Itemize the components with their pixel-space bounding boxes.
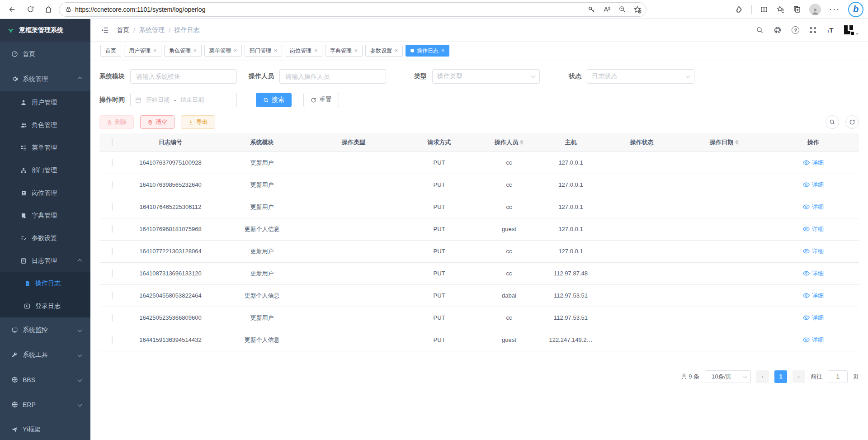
split-screen-icon[interactable] [760, 5, 768, 14]
prev-page-button[interactable]: ‹ [756, 370, 769, 383]
sidebar-item-role-mgmt[interactable]: 角色管理 [0, 114, 90, 137]
type-select[interactable]: 操作类型 [432, 69, 540, 84]
lock-icon[interactable] [66, 6, 71, 13]
col-date[interactable]: 操作日期 [681, 133, 768, 151]
detail-link[interactable]: 详细 [803, 225, 824, 233]
sidebar-item-login-log[interactable]: 登录日志 [0, 295, 90, 317]
reset-button[interactable]: 重置 [303, 93, 339, 107]
row-checkbox[interactable] [112, 292, 113, 299]
detail-link[interactable]: 详细 [803, 336, 824, 344]
sidebar-item-param-settings[interactable]: 参数设置 [0, 227, 90, 250]
header-search-icon[interactable] [756, 26, 764, 34]
sidebar-item-home[interactable]: 首页 [0, 42, 90, 66]
tab[interactable]: 参数设置 × [365, 45, 403, 57]
tab-close-icon[interactable]: × [354, 47, 358, 54]
sidebar-item-user-mgmt[interactable]: 用户管理 [0, 91, 90, 114]
github-icon[interactable] [774, 26, 782, 34]
detail-link[interactable]: 详细 [803, 181, 824, 189]
sidebar-item-dept-mgmt[interactable]: 部门管理 [0, 159, 90, 182]
sidebar-item-erp[interactable]: ERP [0, 392, 90, 417]
sidebar-item-yi-framework[interactable]: Yi框架 [0, 417, 90, 440]
refresh-icon[interactable] [23, 2, 38, 17]
select-all-checkbox[interactable] [112, 138, 113, 146]
goto-page-input[interactable] [828, 370, 848, 383]
sidebar-item-bbs[interactable]: BBS [0, 367, 90, 392]
password-key-icon[interactable] [588, 5, 595, 13]
url-text[interactable]: https://ccnetcore.com:1101/system/log/op… [75, 6, 584, 13]
row-checkbox[interactable] [112, 270, 113, 277]
sidebar-item-log-mgmt[interactable]: 日志管理 [0, 250, 90, 272]
export-button[interactable]: 导出 [181, 115, 215, 129]
breadcrumb-home[interactable]: 首页 [117, 26, 129, 34]
status-select[interactable]: 日志状态 [587, 69, 694, 84]
col-operator[interactable]: 操作人员 [479, 133, 539, 151]
font-size-icon[interactable]: тT [827, 26, 833, 34]
row-checkbox[interactable] [112, 203, 113, 211]
tab-close-icon[interactable]: × [441, 47, 444, 54]
zoom-out-icon[interactable] [618, 5, 626, 13]
tab[interactable]: 部门管理 × [245, 45, 282, 57]
fullscreen-icon[interactable] [809, 26, 817, 34]
detail-link[interactable]: 详细 [803, 159, 824, 167]
address-bar[interactable]: https://ccnetcore.com:1101/system/log/op… [59, 2, 646, 17]
tab-close-icon[interactable]: × [395, 47, 398, 54]
row-checkbox[interactable] [112, 314, 113, 322]
page-size-select[interactable]: 10条/页 [705, 370, 751, 383]
search-button[interactable]: 搜索 [256, 93, 292, 107]
row-checkbox[interactable] [112, 336, 113, 344]
module-input[interactable] [130, 69, 237, 84]
row-checkbox[interactable] [112, 181, 113, 189]
row-checkbox[interactable] [112, 159, 113, 166]
row-checkbox[interactable] [112, 247, 113, 255]
home-icon[interactable] [41, 2, 56, 17]
detail-link[interactable]: 详细 [803, 247, 824, 255]
tab-close-icon[interactable]: × [153, 47, 156, 54]
detail-link[interactable]: 详细 [803, 203, 824, 211]
sidebar-item-system-mgmt[interactable]: 系统管理 [0, 66, 90, 91]
sidebar-item-oper-log[interactable]: 操作日志 [0, 272, 90, 295]
date-range-picker[interactable]: 开始日期 - 结束日期 [130, 93, 237, 107]
menu-fold-icon[interactable] [100, 26, 109, 34]
tab-close-icon[interactable]: × [193, 47, 197, 54]
tab[interactable]: 操作日志 × [406, 45, 449, 57]
page-1-button[interactable]: 1 [774, 370, 787, 383]
sidebar-item-menu-mgmt[interactable]: 菜单管理 [0, 137, 90, 159]
tab-close-icon[interactable]: × [274, 47, 277, 54]
tab[interactable]: 首页 [100, 45, 121, 57]
detail-link[interactable]: 详细 [803, 292, 824, 300]
tab-close-icon[interactable]: × [314, 47, 317, 54]
row-checkbox[interactable] [112, 225, 113, 233]
profile-avatar[interactable] [809, 4, 821, 15]
read-aloud-icon[interactable] [603, 5, 611, 13]
bing-chat-icon[interactable]: b [848, 2, 863, 17]
tab[interactable]: 用户管理 × [124, 45, 161, 57]
sidebar-item-dict-mgmt[interactable]: 字典管理 [0, 204, 90, 227]
help-icon[interactable]: ? [792, 26, 799, 34]
sidebar-item-post-mgmt[interactable]: 岗位管理 [0, 182, 90, 204]
favorite-add-icon[interactable] [633, 5, 642, 14]
back-icon[interactable] [5, 2, 20, 17]
tab[interactable]: 岗位管理 × [285, 45, 322, 57]
tab[interactable]: 菜单管理 × [204, 45, 242, 57]
sort-icon[interactable] [520, 140, 524, 145]
tab[interactable]: 角色管理 × [164, 45, 202, 57]
detail-link[interactable]: 详细 [803, 270, 824, 278]
collections-icon[interactable] [793, 5, 801, 14]
favorites-bar-icon[interactable] [776, 5, 785, 14]
tab-close-icon[interactable]: × [234, 47, 237, 54]
next-page-button[interactable]: › [793, 370, 805, 383]
yi-logo-icon[interactable]: ▾ [843, 24, 858, 36]
table-refresh-icon[interactable] [845, 115, 859, 129]
extensions-icon[interactable] [735, 5, 743, 14]
settings-more-icon[interactable]: ··· [829, 5, 840, 14]
sort-icon[interactable] [735, 140, 739, 145]
sidebar-item-system-tools[interactable]: 系统工具 [0, 342, 90, 367]
tab[interactable]: 字典管理 × [325, 45, 363, 57]
detail-link[interactable]: 详细 [803, 314, 824, 322]
chevron-down-icon[interactable]: ▾ [856, 32, 858, 36]
sidebar-item-system-monitor[interactable]: 系统监控 [0, 317, 90, 342]
delete-button[interactable]: 删除 [99, 115, 134, 129]
operator-input[interactable] [279, 69, 386, 84]
clear-button[interactable]: 清空 [140, 115, 175, 129]
table-search-toggle-icon[interactable] [826, 115, 839, 129]
